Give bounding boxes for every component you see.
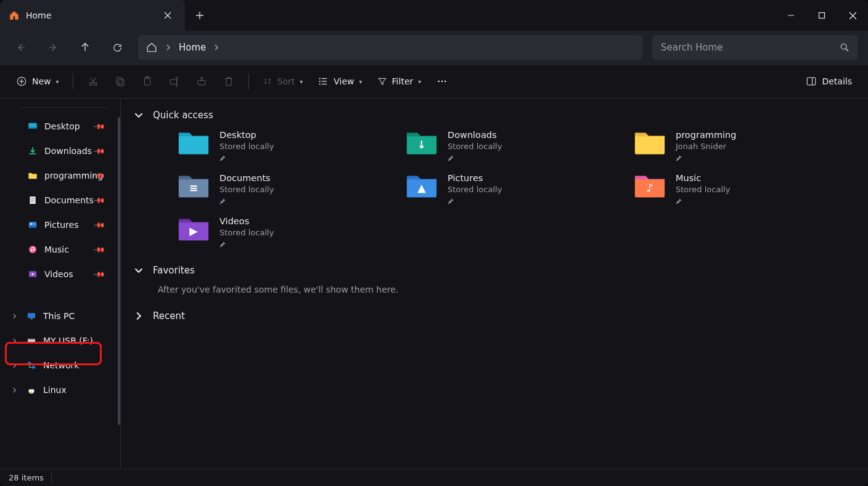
item-meta: MusicStored locally	[676, 172, 730, 205]
filter-button[interactable]: Filter ▾	[371, 70, 428, 92]
chevron-right-icon[interactable]	[9, 338, 20, 344]
quick-access-item-videos[interactable]: ▶VideosStored locally	[178, 216, 399, 248]
pin-icon	[676, 198, 730, 205]
linux-icon	[26, 384, 37, 395]
section-header-favorites[interactable]: Favorites	[133, 265, 856, 276]
more-button[interactable]	[430, 70, 454, 92]
arrow-up-icon	[80, 42, 91, 53]
sidebar-item-videos[interactable]: Videos📌	[2, 262, 118, 286]
chevron-right-icon[interactable]	[9, 363, 20, 368]
item-name: Videos	[219, 216, 274, 227]
chevron-right-icon[interactable]	[9, 314, 20, 319]
toolbar-divider	[248, 73, 249, 89]
favorites-empty-text: After you've favorited some files, we'll…	[158, 285, 856, 294]
view-button[interactable]: View ▾	[311, 70, 368, 92]
svg-text:↓: ↓	[417, 139, 427, 151]
section-header-recent[interactable]: Recent	[133, 310, 856, 322]
sidebar-item-linux[interactable]: Linux	[2, 378, 118, 402]
search-icon	[840, 43, 850, 52]
sidebar-item-downloads[interactable]: Downloads📌	[2, 139, 118, 163]
sidebar-item-documents[interactable]: Documents📌	[2, 188, 118, 213]
home-icon	[9, 10, 20, 21]
body: Desktop📌Downloads📌programming📌Documents📌…	[0, 99, 868, 469]
copy-icon	[115, 76, 126, 87]
new-tab-button[interactable]	[185, 0, 215, 31]
share-button[interactable]	[189, 70, 214, 92]
quick-access-item-programming[interactable]: programmingJonah Snider	[634, 129, 856, 161]
search-placeholder: Search Home	[661, 42, 723, 53]
tab-close-button[interactable]	[159, 7, 176, 24]
section-title: Recent	[153, 310, 185, 322]
section-header-quick-access[interactable]: Quick access	[133, 110, 856, 121]
copy-button[interactable]	[108, 70, 133, 92]
svg-rect-5	[117, 78, 122, 84]
quick-access-item-music[interactable]: ♪MusicStored locally	[634, 172, 856, 205]
chevron-right-icon[interactable]	[213, 44, 219, 51]
svg-rect-27	[28, 313, 35, 318]
refresh-button[interactable]	[106, 36, 128, 59]
sort-button[interactable]: Sort ▾	[256, 70, 309, 92]
item-meta: PicturesStored locally	[448, 172, 502, 205]
svg-rect-19	[28, 128, 36, 129]
up-button[interactable]	[74, 36, 96, 59]
delete-button[interactable]	[216, 70, 241, 92]
item-subtitle: Stored locally	[676, 185, 730, 194]
breadcrumb-current[interactable]: Home	[179, 42, 206, 53]
new-button[interactable]: New ▾	[10, 70, 65, 92]
plus-icon	[195, 11, 204, 20]
window-tab[interactable]: Home	[0, 0, 185, 31]
pictures-icon	[27, 219, 38, 230]
details-pane-button[interactable]: Details	[800, 70, 858, 92]
svg-text:♪: ♪	[646, 182, 653, 194]
item-subtitle: Stored locally	[448, 142, 502, 151]
svg-point-15	[441, 81, 443, 83]
forward-button[interactable]	[42, 36, 64, 59]
quick-access-item-downloads[interactable]: ↓DownloadsStored locally	[406, 129, 628, 161]
quick-access-item-documents[interactable]: ≡DocumentsStored locally	[178, 172, 399, 205]
pc-icon	[26, 310, 37, 322]
back-button[interactable]	[10, 36, 32, 59]
cut-button[interactable]	[81, 70, 105, 92]
quick-access-item-pictures[interactable]: ▲PicturesStored locally	[406, 172, 628, 205]
titlebar-drag-region[interactable]	[215, 0, 776, 31]
svg-rect-17	[808, 78, 816, 85]
sidebar-item-network[interactable]: Network	[2, 353, 118, 378]
item-subtitle: Stored locally	[448, 185, 502, 194]
folder-icon	[178, 129, 210, 155]
section-title: Favorites	[153, 265, 195, 276]
sidebar-item-programming[interactable]: programming📌	[2, 163, 118, 188]
sidebar-item-pictures[interactable]: Pictures📌	[2, 213, 118, 237]
content-area: Quick access DesktopStored locally↓Downl…	[121, 99, 868, 469]
sidebar-item-desktop[interactable]: Desktop📌	[2, 114, 118, 139]
maximize-button[interactable]	[806, 0, 837, 31]
chevron-right-icon[interactable]	[9, 387, 20, 393]
sidebar-item-music[interactable]: Music📌	[2, 237, 118, 262]
svg-rect-30	[28, 339, 35, 340]
sidebar-item-my-usb-f-[interactable]: MY USB (F:)	[2, 328, 118, 353]
paste-button[interactable]	[135, 70, 160, 92]
section-title: Quick access	[153, 110, 213, 121]
item-meta: VideosStored locally	[219, 216, 274, 248]
sidebar-item-label: Linux	[43, 385, 114, 395]
quick-access-item-desktop[interactable]: DesktopStored locally	[178, 129, 399, 161]
pin-icon	[448, 198, 502, 205]
arrow-right-icon	[47, 42, 59, 53]
svg-point-24	[31, 250, 33, 252]
close-window-button[interactable]	[837, 0, 868, 31]
ellipsis-icon	[436, 76, 448, 87]
item-name: Pictures	[448, 172, 502, 184]
folder-yellow-icon	[27, 170, 38, 181]
svg-point-34	[30, 386, 33, 389]
rename-button[interactable]	[162, 70, 187, 92]
sidebar-item-this-pc[interactable]: This PC	[2, 304, 118, 328]
svg-text:▶: ▶	[189, 225, 198, 237]
maximize-icon	[818, 12, 825, 19]
sidebar-item-label: MY USB (F:)	[43, 336, 114, 346]
chevron-down-icon: ▾	[56, 78, 59, 85]
breadcrumb[interactable]: Home	[138, 35, 642, 60]
sidebar-scrollbar[interactable]	[118, 117, 120, 425]
search-input[interactable]: Search Home	[652, 35, 858, 60]
svg-rect-28	[30, 318, 33, 319]
item-subtitle: Stored locally	[219, 142, 274, 151]
minimize-button[interactable]	[776, 0, 806, 31]
